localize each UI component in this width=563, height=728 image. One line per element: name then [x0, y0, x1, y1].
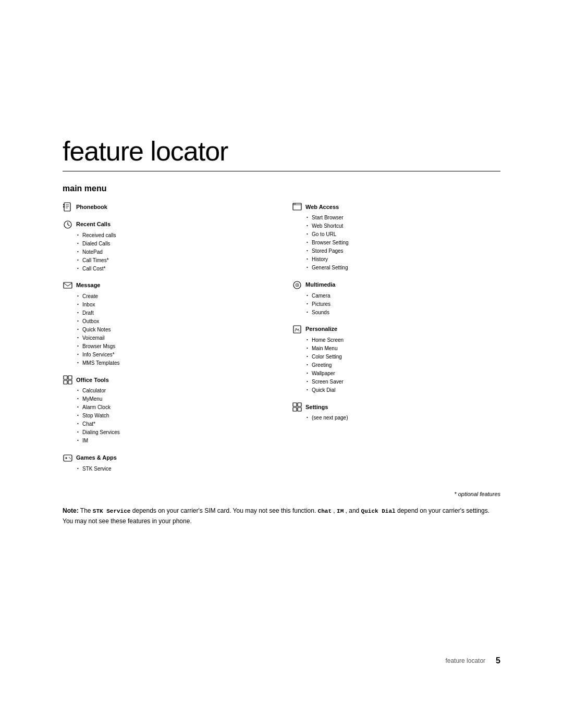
- office-tools-list: Calculator MyMenu Alarm Clock Stop Watch…: [63, 387, 271, 445]
- svg-rect-26: [298, 403, 301, 406]
- note-chat: Chat: [318, 508, 332, 514]
- optional-features-label: * optional features: [63, 491, 500, 497]
- list-item: Quick Dial: [307, 386, 500, 394]
- list-item: Quick Notes: [77, 326, 271, 334]
- svg-rect-12: [64, 455, 72, 461]
- multimedia-title: Multimedia: [305, 281, 335, 288]
- recent-calls-list: Received calls Dialed Calls NotePad Call…: [63, 231, 271, 273]
- note-quickdial: Quick Dial: [361, 508, 396, 514]
- settings-list: (see next page): [292, 414, 500, 422]
- list-item: MMS Templates: [77, 359, 271, 367]
- list-item: NotePad: [77, 248, 271, 256]
- phonebook-title: Phonebook: [76, 204, 107, 210]
- web-access-title: Web Access: [305, 204, 339, 210]
- svg-rect-10: [64, 380, 67, 384]
- games-apps-icon: [63, 452, 73, 462]
- personalize-header: Personalize: [292, 324, 500, 334]
- list-item: Dialing Services: [77, 428, 271, 437]
- list-item: Inbox: [77, 301, 271, 309]
- svg-point-19: [293, 204, 294, 204]
- list-item: Camera: [307, 292, 500, 300]
- right-column: Web Access Start Browser Web Shortcut Go…: [292, 202, 500, 480]
- svg-point-23: [297, 285, 298, 286]
- menu-section-games-apps: Games & Apps STK Service: [63, 452, 271, 473]
- note-prefix: Note:: [63, 507, 79, 514]
- recent-calls-title: Recent Calls: [76, 221, 111, 227]
- svg-rect-11: [68, 380, 72, 384]
- office-tools-icon: [63, 375, 73, 385]
- list-item: Outbox: [77, 317, 271, 326]
- note-text2: depends on your carrier's SIM card. You …: [132, 507, 318, 514]
- list-item: Call Cost*: [77, 265, 271, 273]
- message-header: Message: [63, 280, 271, 290]
- settings-title: Settings: [305, 404, 328, 410]
- list-item: (see next page): [307, 414, 500, 422]
- personalize-icon: [292, 324, 302, 334]
- list-item: Browser Msgs: [77, 342, 271, 351]
- note-text4: , and: [346, 507, 361, 514]
- list-item: General Setting: [307, 264, 500, 272]
- menu-section-office-tools: Office Tools Calculator MyMenu Alarm Clo…: [63, 375, 271, 445]
- note-stk: STK Service: [93, 508, 131, 514]
- svg-point-20: [295, 204, 296, 204]
- list-item: Chat*: [77, 420, 271, 428]
- recent-calls-header: Recent Calls: [63, 219, 271, 229]
- menu-grid: Phonebook Recent Calls: [63, 202, 500, 480]
- svg-rect-4: [63, 204, 65, 205]
- svg-point-16: [70, 458, 71, 459]
- list-item: Create: [77, 292, 271, 301]
- list-item: Wallpaper: [307, 369, 500, 378]
- menu-section-multimedia: Multimedia Camera Pictures Sounds: [292, 279, 500, 316]
- list-item: Pictures: [307, 300, 500, 309]
- list-item: Received calls: [77, 231, 271, 240]
- web-access-header: Web Access: [292, 202, 500, 212]
- main-menu-heading: main menu: [63, 184, 500, 193]
- games-apps-header: Games & Apps: [63, 452, 271, 462]
- settings-header: Settings: [292, 402, 500, 412]
- menu-section-settings: Settings (see next page): [292, 402, 500, 422]
- list-item: Info Services*: [77, 351, 271, 359]
- office-tools-title: Office Tools: [76, 377, 109, 383]
- list-item: Call Times*: [77, 256, 271, 265]
- list-item: Sounds: [307, 309, 500, 317]
- list-item: MyMenu: [77, 395, 271, 403]
- multimedia-icon: [292, 279, 302, 289]
- list-item: Main Menu: [307, 344, 500, 353]
- list-item: Stored Pages: [307, 247, 500, 255]
- footer-page-number: 5: [496, 656, 500, 665]
- multimedia-header: Multimedia: [292, 279, 500, 289]
- settings-icon: [292, 402, 302, 412]
- list-item: Screen Saver: [307, 378, 500, 386]
- list-item: Draft: [77, 309, 271, 317]
- list-item: Calculator: [77, 387, 271, 395]
- svg-point-15: [69, 457, 70, 458]
- footer-text: feature locator: [445, 657, 485, 664]
- list-item: Go to URL: [307, 230, 500, 239]
- list-item: Browser Setting: [307, 239, 500, 247]
- list-item: Color Setting: [307, 353, 500, 361]
- menu-section-recent-calls: Recent Calls Received calls Dialed Calls…: [63, 219, 271, 273]
- svg-rect-5: [63, 206, 65, 207]
- svg-rect-0: [64, 203, 70, 211]
- list-item: IM: [77, 437, 271, 445]
- list-item: Home Screen: [307, 336, 500, 344]
- menu-section-phonebook: Phonebook: [63, 202, 271, 212]
- phonebook-icon: [63, 202, 73, 212]
- multimedia-list: Camera Pictures Sounds: [292, 292, 500, 317]
- menu-section-personalize: Personalize Home Screen Main Menu Color …: [292, 324, 500, 394]
- menu-section-web-access: Web Access Start Browser Web Shortcut Go…: [292, 202, 500, 272]
- office-tools-header: Office Tools: [63, 375, 271, 385]
- phonebook-header: Phonebook: [63, 202, 271, 212]
- note-paragraph: Note: The STK Service depends on your ca…: [63, 505, 500, 527]
- content-area: feature locator main menu: [0, 0, 563, 569]
- note-im: IM: [337, 508, 344, 514]
- svg-rect-9: [68, 376, 72, 379]
- svg-rect-27: [293, 408, 297, 411]
- web-access-icon: [292, 202, 302, 212]
- personalize-list: Home Screen Main Menu Color Setting Gree…: [292, 336, 500, 394]
- menu-section-message: Message Create Inbox Draft Outbox Quick …: [63, 280, 271, 367]
- svg-rect-24: [293, 326, 301, 333]
- page: feature locator main menu: [0, 0, 563, 728]
- title-divider: [63, 171, 500, 171]
- footer-area: feature locator 5: [0, 656, 563, 665]
